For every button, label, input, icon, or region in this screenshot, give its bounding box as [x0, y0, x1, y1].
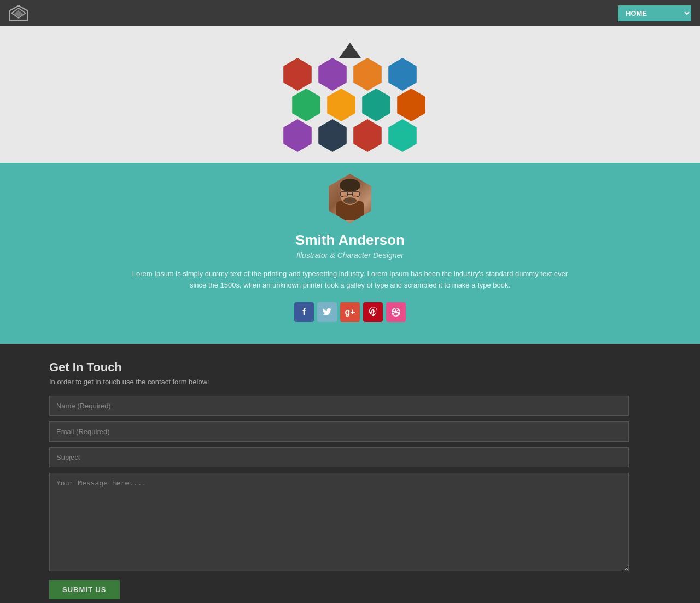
- svg-point-5: [340, 179, 360, 192]
- avatar-svg: [331, 177, 369, 220]
- hex-row-2: [290, 89, 428, 121]
- hex-item[interactable]: [290, 89, 323, 121]
- hex-item[interactable]: [360, 89, 393, 121]
- email-input[interactable]: [49, 421, 629, 442]
- hex-item[interactable]: [386, 119, 419, 152]
- googleplus-link[interactable]: g+: [340, 302, 360, 322]
- submit-button[interactable]: SUBMIT US: [49, 580, 120, 599]
- svg-point-9: [343, 195, 347, 197]
- svg-point-11: [343, 197, 357, 204]
- profile-title: Illustrator & Character Designer: [296, 251, 404, 260]
- hex-item[interactable]: [281, 119, 314, 152]
- hex-item[interactable]: [351, 119, 384, 152]
- contact-title: Get In Touch: [49, 360, 651, 374]
- contact-inner: Get In Touch In order to get in touch us…: [49, 360, 651, 603]
- profile-avatar-wrapper: [325, 174, 375, 223]
- contact-section: Get In Touch In order to get in touch us…: [0, 344, 700, 603]
- dribbble-link[interactable]: [386, 302, 406, 322]
- profile-name: Smith Anderson: [295, 232, 405, 249]
- hex-row-3: [281, 119, 419, 152]
- profile-section: Smith Anderson Illustrator & Character D…: [0, 163, 700, 344]
- hex-item[interactable]: [316, 58, 349, 91]
- hex-item[interactable]: [351, 58, 384, 91]
- pinterest-link[interactable]: [363, 302, 383, 322]
- hex-item[interactable]: [386, 58, 419, 91]
- hex-item[interactable]: [281, 58, 314, 91]
- twitter-link[interactable]: [317, 302, 337, 322]
- navbar: HOME ABOUT PORTFOLIO CONTACT: [0, 0, 700, 26]
- svg-point-10: [353, 195, 357, 197]
- profile-avatar: [325, 174, 375, 223]
- hex-item[interactable]: [325, 89, 358, 121]
- subject-input[interactable]: [49, 447, 629, 467]
- hero-section: [0, 26, 700, 163]
- hex-item[interactable]: [316, 119, 349, 152]
- social-links: f g+: [294, 302, 406, 322]
- facebook-link[interactable]: f: [294, 302, 314, 322]
- contact-subtitle: In order to get in touch use the contact…: [49, 378, 651, 386]
- hex-portfolio-grid: [272, 43, 428, 152]
- message-input[interactable]: [49, 473, 629, 571]
- navbar-menu[interactable]: HOME ABOUT PORTFOLIO CONTACT: [618, 5, 691, 21]
- navbar-logo: [9, 3, 28, 23]
- hex-row-1: [281, 58, 419, 91]
- hex-item[interactable]: [395, 89, 428, 121]
- name-input[interactable]: [49, 396, 629, 416]
- top-pointer: [339, 43, 361, 58]
- profile-bio: Lorem Ipsum is simply dummy text of the …: [131, 268, 569, 291]
